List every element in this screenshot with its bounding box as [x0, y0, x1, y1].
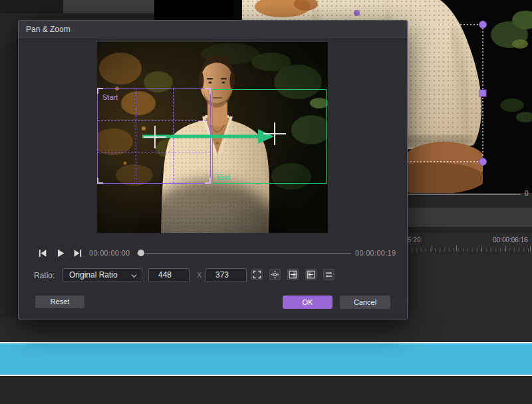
total-timecode: 00:00:00:19 — [355, 249, 396, 257]
playhead-track[interactable] — [137, 253, 351, 254]
skip-end-button[interactable] — [72, 248, 83, 258]
grid-line — [98, 152, 210, 152]
pan-zoom-mode-toolbar — [251, 269, 334, 280]
play-button[interactable] — [55, 248, 66, 258]
start-box-handle[interactable] — [205, 88, 211, 94]
height-input[interactable]: 373 — [205, 268, 247, 282]
dialog-title: Pan & Zoom — [26, 21, 70, 39]
timeline-clip[interactable] — [0, 342, 532, 376]
bg-toolbar-tab — [63, 0, 154, 13]
pan-zoom-dialog: Pan & Zoom — [18, 20, 408, 319]
bg-gap — [399, 227, 532, 233]
timeline-ticks-minor — [407, 248, 532, 252]
timeline-track-upper — [0, 318, 532, 342]
ok-button[interactable]: OK — [283, 296, 332, 309]
app-window: 0 5:20 00:00:06:16 Pan & Zoom — [0, 0, 532, 404]
free-move-icon[interactable] — [269, 269, 281, 280]
start-box-handle[interactable] — [97, 178, 103, 184]
bg-toolbar-left — [0, 0, 63, 13]
start-center-marker — [144, 136, 166, 138]
chevron-down-icon — [131, 273, 137, 279]
dimension-separator: X — [197, 271, 201, 279]
pan-right-icon[interactable] — [287, 269, 299, 280]
bg-toolbar-band — [399, 208, 532, 227]
fit-to-screen-icon[interactable] — [251, 269, 263, 280]
bg-seekbar[interactable] — [407, 194, 521, 195]
ratio-selected-value: Original Ratio — [69, 270, 118, 280]
current-timecode: 00:00:00:00 — [89, 249, 130, 257]
bg-seek-time: 0 — [525, 190, 529, 197]
end-center-marker — [263, 133, 286, 134]
skip-start-button[interactable] — [37, 248, 48, 258]
timeline-timestamp-left: 5:20 — [408, 236, 420, 244]
timeline-track-lower — [0, 376, 532, 404]
start-label: Start — [102, 93, 118, 101]
crop-handle-bottom — [479, 158, 487, 166]
pan-zoom-preview: Start End — [97, 42, 328, 233]
grid-line — [136, 89, 136, 183]
playhead-handle[interactable] — [138, 250, 144, 256]
crop-handle-top — [479, 21, 487, 29]
cancel-button[interactable]: Cancel — [340, 296, 390, 309]
bg-crop-selection[interactable] — [407, 0, 532, 193]
start-box-handle[interactable] — [205, 178, 211, 184]
ratio-label: Ratio: — [34, 271, 55, 280]
reset-button[interactable]: Reset — [35, 296, 84, 308]
crop-handle-mid — [479, 90, 486, 97]
dialog-titlebar[interactable]: Pan & Zoom — [19, 21, 407, 39]
swap-start-end-icon[interactable] — [323, 269, 334, 280]
bg-crop-handle-top-icon[interactable] — [354, 10, 360, 16]
ratio-dropdown[interactable]: Original Ratio — [63, 268, 142, 282]
timeline-timestamp-right: 00:00:06:16 — [493, 236, 528, 244]
width-input[interactable]: 448 — [148, 268, 190, 282]
grid-line — [98, 120, 210, 121]
pan-left-icon[interactable] — [305, 269, 317, 280]
end-label: End — [217, 173, 230, 181]
